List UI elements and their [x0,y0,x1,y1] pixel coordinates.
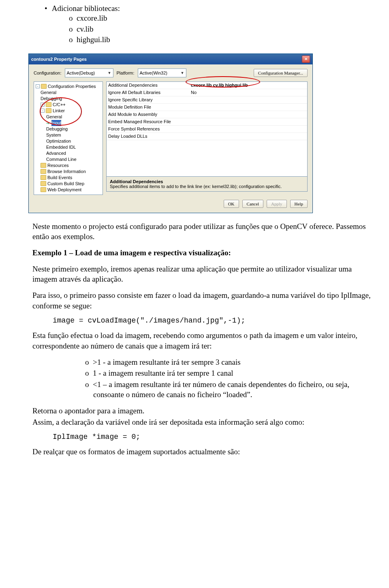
configuration-manager-button[interactable]: Configuration Manager... [254,69,308,77]
tree-item[interactable]: Resources [47,163,69,169]
sub-o: o [69,35,77,44]
cancel-button[interactable]: Cancel [242,200,264,208]
tree-item-input-selected[interactable]: Input [51,120,61,126]
grid-key: Delay Loaded DLLs [107,134,189,139]
dialog-buttons: OK Cancel Apply Help [34,200,308,208]
grid-row[interactable]: Delay Loaded DLLs [107,133,307,140]
tree-item[interactable]: C/C++ [53,102,66,108]
description-title: Additional Dependencies [110,179,304,184]
grid-key: Add Module to Assembly [107,112,189,117]
configuration-value: Active(Debug) [67,71,95,75]
folder-icon [41,169,46,174]
dialog-titlebar: contours2 Property Pages ✕ [29,54,312,64]
grid-val[interactable]: cxcore.lib cv.lib highgui.lib [189,83,307,88]
dialog-top-row: Configuration: Active(Debug) ▼ Platform:… [34,68,308,77]
return-line: Retorna o apontador para a imagem. [32,406,373,416]
tree-item[interactable]: Debugging [46,126,68,132]
example1-para2: Para isso, o primeiro passo consiste em … [32,290,373,311]
code-snippet-load: image = cvLoadImage("./images/hand.jpg",… [53,316,373,325]
grid-row[interactable]: Additional Dependenciescxcore.lib cv.lib… [107,82,307,89]
config-tree[interactable]: -Configuration Properties General Debugg… [34,81,103,195]
para-configured: Neste momento o projecto está configurad… [32,221,373,242]
description-box: Additional Dependencies Specifies additi… [107,176,307,191]
grid-row[interactable]: Force Symbol References [107,126,307,133]
bullet-text: Adicionar bibliotecas: [52,4,120,13]
pointer-icon: ➔ [46,120,50,126]
tree-root[interactable]: Configuration Properties [48,83,96,90]
grid-key: Ignore All Default Libraries [107,90,189,95]
sub-o: o [69,25,77,33]
sub-o: o [69,14,77,22]
tree-item[interactable]: Custom Build Step [47,181,84,187]
expand-icon[interactable]: + [41,103,45,107]
option-1: 1 - a imagem resultante irá ter sempre 1… [93,369,233,377]
sub-o: o [85,380,93,389]
options-list: o >1 - a imagem resultante irá ter sempr… [85,357,373,400]
grid-row[interactable]: Module Definition File [107,104,307,111]
grid-key: Ignore Specific Library [107,97,189,102]
apply-button[interactable]: Apply [267,200,287,208]
dialog-body: Configuration: Active(Debug) ▼ Platform:… [29,64,312,213]
tree-item[interactable]: Command Line [46,156,77,163]
tree-item[interactable]: Embedded IDL [46,144,76,150]
sub-list: o cxcore.lib o cv.lib o highgui.lib [69,13,373,45]
example1-para3: Esta função efectua o load da imagem, re… [32,330,373,351]
tree-item[interactable]: General [46,114,62,120]
bullet-dot: • [45,4,50,13]
grid-key: Force Symbol References [107,126,189,131]
tree-item[interactable]: General [41,90,56,96]
grid-row[interactable]: Embed Managed Resource File [107,118,307,126]
property-pages-dialog-wrap: contours2 Property Pages ✕ Configuration… [28,53,373,213]
help-button[interactable]: Help [290,200,308,208]
example1-para1: Neste primeiro exemplo, iremos apenas re… [32,264,373,284]
tree-item-linker[interactable]: Linker [53,108,65,114]
property-grid-rows: Additional Dependenciescxcore.lib cv.lib… [107,82,307,176]
grid-row[interactable]: Ignore Specific Library [107,96,307,104]
sub-item-1: cv.lib [77,25,94,33]
example1-title: Exemplo 1 – Load de uma imagem e respect… [32,248,373,258]
grid-row[interactable]: Ignore All Default LibrariesNo [107,89,307,96]
property-pages-dialog: contours2 Property Pages ✕ Configuration… [28,53,313,213]
collapse-icon[interactable]: - [36,84,40,88]
sub-o: o [85,358,93,366]
tree-item[interactable]: Browse Information [47,169,86,175]
declaration-line: Assim, a declaração da variável onde irá… [32,417,373,428]
dialog-panels: -Configuration Properties General Debugg… [34,81,308,195]
property-grid: Additional Dependenciescxcore.lib cv.lib… [106,81,308,192]
tree-item[interactable]: System [46,132,61,138]
grid-row[interactable]: Add Module to Assembly [107,111,307,118]
grid-key: Additional Dependencies [107,83,189,88]
chevron-down-icon: ▼ [108,71,111,75]
sub-item-2: highgui.lib [77,35,110,44]
last-line: De realçar que os formatos de imagem sup… [32,447,373,457]
sub-item-0: cxcore.lib [77,14,107,22]
grid-key: Embed Managed Resource File [107,119,189,124]
tree-item[interactable]: Build Events [47,175,72,181]
option-2: <1 – a imagem resultante irá ter número … [93,380,349,399]
folder-icon [46,102,51,107]
folder-icon [41,175,46,180]
chevron-down-icon: ▼ [181,71,184,75]
dialog-title: contours2 Property Pages [31,57,87,62]
tree-item[interactable]: Web Deployment [47,187,81,193]
configuration-label: Configuration: [34,71,62,75]
platform-label: Platform: [117,71,135,75]
tree-item[interactable]: Optimization [46,138,71,144]
grid-key: Module Definition File [107,105,189,109]
tree-item[interactable]: Debugging [41,96,62,102]
folder-icon [41,187,46,192]
folder-icon [46,108,51,113]
grid-val[interactable]: No [189,90,307,95]
platform-combo[interactable]: Active(Win32) ▼ [138,68,186,77]
configuration-combo[interactable]: Active(Debug) ▼ [65,68,113,77]
collapse-icon[interactable]: - [41,109,45,113]
folder-icon [41,181,46,186]
bullet-main: • Adicionar bibliotecas: [45,4,373,13]
ok-button[interactable]: OK [224,200,239,208]
option-0: >1 - a imagem resultante irá ter sempre … [93,358,241,366]
tree-item[interactable]: Advanced [46,150,66,156]
sub-o: o [85,369,93,377]
folder-icon [41,163,46,168]
description-text: Specifies additional items to add to the… [110,184,304,189]
close-icon[interactable]: ✕ [302,56,310,63]
